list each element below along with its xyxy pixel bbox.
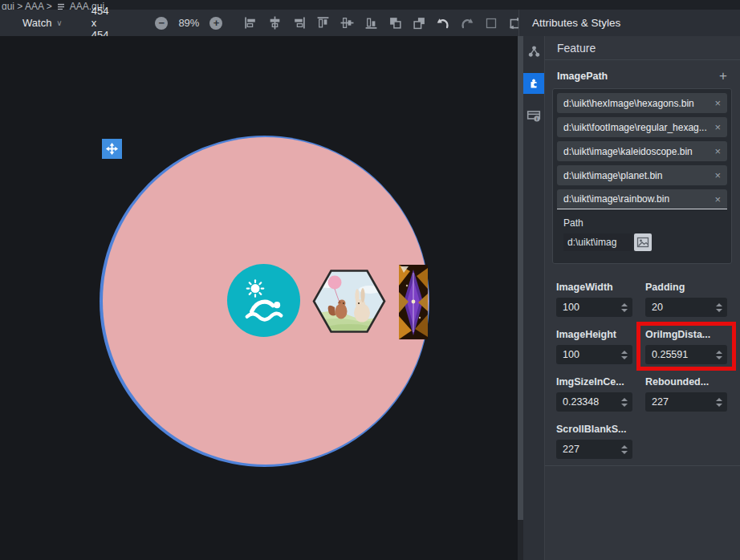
section-title: Feature xyxy=(545,36,740,60)
spinner-down-icon[interactable] xyxy=(621,356,628,359)
imgsizeincenter-field[interactable]: 0.23348 xyxy=(556,392,632,412)
spinner-up-icon[interactable] xyxy=(716,351,722,354)
file-icon xyxy=(57,2,65,10)
imagepath-item-selected[interactable]: d:\uikt\image\rainbow.bin × xyxy=(557,189,727,209)
panel-tab-strip: i xyxy=(523,36,544,560)
imagewidth-field[interactable]: 100 xyxy=(556,298,632,317)
spinner-down-icon[interactable] xyxy=(716,356,722,359)
breadcrumb-path[interactable]: gui > AAA > xyxy=(2,1,52,10)
property-rebounded: Rebounded... 227 xyxy=(645,376,727,412)
spinner-up-icon[interactable] xyxy=(716,398,722,401)
mode-dropdown[interactable]: Watch ∨ xyxy=(22,17,63,29)
spinner-up-icon[interactable] xyxy=(716,303,722,306)
panel-content: Feature ImagePath + d:\uikt\hexImage\hex… xyxy=(544,36,740,560)
spinner-up-icon[interactable] xyxy=(621,398,628,401)
zoom-level-label: 89% xyxy=(178,17,199,29)
spinner-down-icon[interactable] xyxy=(716,404,722,407)
imagepath-item[interactable]: d:\uikt\hexImage\hexagons.bin × xyxy=(557,93,727,113)
close-icon[interactable]: × xyxy=(714,121,721,133)
close-icon[interactable]: × xyxy=(714,145,721,157)
panel-title: Attributes & Styles xyxy=(518,10,740,36)
spinner-down-icon[interactable] xyxy=(621,451,628,454)
align-top-icon[interactable] xyxy=(315,16,330,30)
property-grid: ImageWidth 100 Padding 20 ImageHeight xyxy=(556,282,727,459)
design-canvas[interactable] xyxy=(0,36,518,560)
add-imagepath-button[interactable]: + xyxy=(719,71,727,82)
padding-field[interactable]: 20 xyxy=(645,298,727,317)
align-bottom-icon[interactable] xyxy=(364,16,378,30)
align-left-icon[interactable] xyxy=(243,16,258,30)
scrollblanksize-field[interactable]: 227 xyxy=(556,440,632,459)
svg-text:i: i xyxy=(536,116,538,121)
canvas-vertical-scrollbar xyxy=(518,36,523,560)
kaleidoscope-image-item[interactable] xyxy=(399,265,428,339)
alignment-toolbar xyxy=(243,16,522,30)
path-input[interactable]: d:\uikt\imag xyxy=(563,233,632,251)
nodes-icon xyxy=(527,45,541,59)
imageheight-field[interactable]: 100 xyxy=(556,345,632,364)
property-padding: Padding 20 xyxy=(645,282,727,317)
oriimgdistance-field[interactable]: 0.25591 xyxy=(645,345,727,364)
property-imgsizeincenter: ImgSizeInCe... 0.23348 xyxy=(556,376,632,412)
imagepath-label: ImagePath xyxy=(557,71,608,82)
rebounded-field[interactable]: 227 xyxy=(645,392,727,412)
close-icon[interactable]: × xyxy=(714,97,721,109)
puzzle-icon xyxy=(527,77,540,90)
path-label: Path xyxy=(563,217,724,229)
align-center-vertical-icon[interactable] xyxy=(340,16,354,30)
bring-forward-icon[interactable] xyxy=(388,16,402,30)
move-handle[interactable] xyxy=(102,139,122,159)
imagepath-list: d:\uikt\hexImage\hexagons.bin × d:\uikt\… xyxy=(552,88,732,264)
redo-icon[interactable] xyxy=(460,16,474,30)
toolbar: Watch ∨ 454 x 454 − 89% + xyxy=(0,10,518,36)
undo-icon[interactable] xyxy=(436,16,450,30)
spinner-up-icon[interactable] xyxy=(621,351,628,354)
property-oriimgdistance: OriImgDista... 0.25591 xyxy=(645,329,727,364)
zoom-in-button[interactable]: + xyxy=(209,17,222,30)
move-icon xyxy=(105,142,119,156)
swim-image-item[interactable] xyxy=(227,264,300,337)
tab-hierarchy[interactable] xyxy=(523,41,544,62)
property-imageheight: ImageHeight 100 xyxy=(556,329,632,364)
swimmer-sun-icon xyxy=(238,274,291,327)
picture-icon xyxy=(636,236,649,249)
spinner-down-icon[interactable] xyxy=(716,309,722,312)
imagepath-item[interactable]: d:\uikt\image\planet.bin × xyxy=(557,165,727,185)
tab-info[interactable]: i xyxy=(523,105,544,126)
close-icon[interactable]: × xyxy=(714,169,721,181)
gui-editor-window: gui > AAA > AAA.gui Watch ∨ 454 x 454 − … xyxy=(0,0,740,560)
scrollbar-thumb[interactable] xyxy=(518,36,523,520)
breadcrumb: gui > AAA > AAA.gui xyxy=(0,0,740,10)
image-picker-button[interactable] xyxy=(634,233,652,251)
hexagon-image-item[interactable] xyxy=(312,266,386,337)
tab-feature[interactable] xyxy=(523,73,544,94)
panel-info-icon: i xyxy=(527,108,541,123)
align-right-icon[interactable] xyxy=(291,16,306,30)
mode-dropdown-label: Watch xyxy=(22,17,51,29)
spinner-down-icon[interactable] xyxy=(621,404,628,407)
close-icon[interactable]: × xyxy=(714,193,721,205)
spinner-down-icon[interactable] xyxy=(621,309,628,312)
chevron-down-icon: ∨ xyxy=(56,18,62,27)
align-center-horizontal-icon[interactable] xyxy=(267,16,282,30)
imagepath-item[interactable]: d:\uikt\image\kaleidoscope.bin × xyxy=(557,141,727,161)
property-scrollblanksize: ScrollBlankS... 227 xyxy=(556,424,632,459)
attributes-panel: i Feature ImagePath + d:\uikt\hexImage\h… xyxy=(523,36,740,560)
spinner-up-icon[interactable] xyxy=(621,445,628,448)
imagepath-item[interactable]: d:\uikt\footImage\regular_hexag... × xyxy=(557,117,727,137)
zoom-out-button[interactable]: − xyxy=(155,17,168,30)
spinner-up-icon[interactable] xyxy=(621,303,628,306)
panel-divider xyxy=(545,465,740,466)
marquee-select-icon[interactable] xyxy=(484,16,498,30)
send-backward-icon[interactable] xyxy=(412,16,426,30)
property-imagewidth: ImageWidth 100 xyxy=(556,282,632,317)
